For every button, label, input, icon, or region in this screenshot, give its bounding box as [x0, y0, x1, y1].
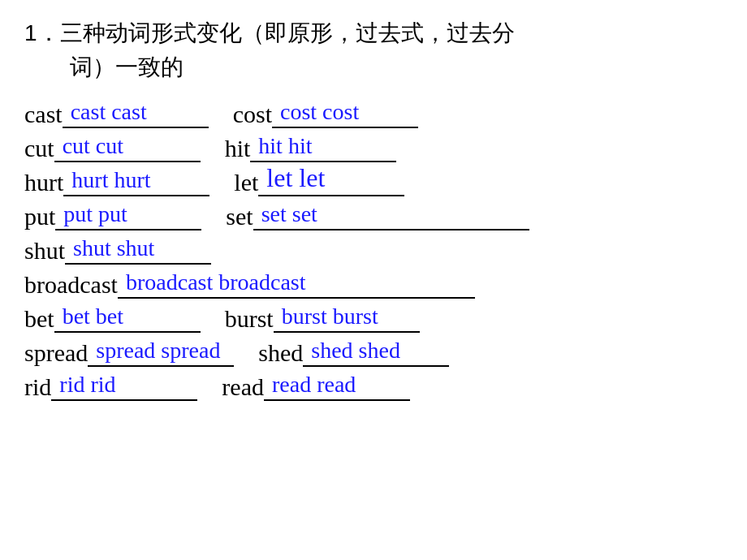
- answer-blank: shed shed: [303, 338, 449, 367]
- answer-blank: hurt hurt: [63, 167, 209, 196]
- answer-blank: set set: [253, 201, 529, 230]
- answer-text: let let: [266, 163, 325, 193]
- answer-blank: cost cost: [272, 99, 418, 128]
- answer-text: burst burst: [282, 304, 378, 330]
- base-word: read: [222, 373, 264, 401]
- list-item: rid rid rid: [24, 372, 222, 401]
- base-word: cut: [24, 135, 54, 162]
- answer-blank: broadcast broadcast: [118, 269, 475, 299]
- list-item: hit hit hit: [225, 133, 421, 162]
- title-line1: 1．三种动词形式变化（即原形，过去式，过去分: [24, 16, 723, 50]
- answer-blank: let let: [258, 167, 404, 196]
- base-word: broadcast: [24, 271, 118, 299]
- answer-blank: shut shut: [65, 235, 211, 265]
- list-item: spread spread spread: [24, 338, 258, 367]
- table-row: shut shut shut: [24, 235, 723, 265]
- base-word: rid: [24, 373, 51, 401]
- page-container: 1．三种动词形式变化（即原形，过去式，过去分 词）一致的 cast cast c…: [24, 16, 723, 401]
- table-row: cut cut cut hit hit hit: [24, 133, 723, 162]
- table-row: broadcast broadcast broadcast: [24, 269, 723, 299]
- table-row: bet bet bet burst burst burst: [24, 304, 723, 333]
- list-item: read read read: [222, 372, 434, 401]
- table-row: put put put set set set: [24, 201, 723, 230]
- list-item: bet bet bet: [24, 304, 225, 333]
- base-word: cost: [233, 101, 272, 128]
- title-line2: 词）一致的: [70, 50, 723, 84]
- list-item: cost cost cost: [233, 99, 443, 128]
- answer-text: rid rid: [59, 372, 115, 398]
- answer-text: spread spread: [96, 338, 220, 364]
- base-word: hit: [225, 135, 251, 162]
- list-item: shut shut shut: [24, 235, 235, 265]
- list-item: broadcast broadcast broadcast: [24, 269, 499, 299]
- answer-blank: hit hit: [250, 133, 396, 162]
- table-row: spread spread spread shed shed shed: [24, 338, 723, 367]
- answer-blank: spread spread: [88, 338, 234, 367]
- list-item: hurt hurt hurt: [24, 167, 234, 196]
- answer-text: cost cost: [280, 99, 359, 125]
- list-item: cast cast cast: [24, 99, 233, 128]
- table-row: cast cast cast cost cost cost: [24, 99, 723, 128]
- answer-text: hit hit: [258, 133, 312, 159]
- answer-blank: cast cast: [63, 99, 209, 128]
- answer-text: read read: [272, 372, 356, 398]
- answer-text: shut shut: [73, 235, 154, 261]
- base-word: shut: [24, 237, 65, 265]
- page-title: 1．三种动词形式变化（即原形，过去式，过去分 词）一致的: [24, 16, 723, 84]
- list-item: set set set: [226, 201, 553, 230]
- answer-blank: burst burst: [274, 304, 420, 333]
- answer-text: broadcast broadcast: [126, 269, 306, 295]
- answer-blank: read read: [264, 372, 410, 401]
- base-word: burst: [225, 305, 274, 333]
- list-item: burst burst burst: [225, 304, 444, 333]
- base-word: put: [24, 203, 55, 230]
- answer-blank: bet bet: [54, 304, 201, 333]
- answer-text: set set: [261, 201, 317, 227]
- base-word: cast: [24, 101, 63, 128]
- base-word: spread: [24, 339, 88, 367]
- table-row: hurt hurt hurt let let let: [24, 167, 723, 196]
- base-word: shed: [258, 339, 303, 367]
- base-word: hurt: [24, 169, 63, 196]
- answer-blank: rid rid: [51, 372, 197, 401]
- answer-blank: cut cut: [54, 133, 201, 162]
- answer-blank: put put: [55, 201, 201, 230]
- answer-text: shed shed: [311, 338, 400, 364]
- base-word: bet: [24, 305, 54, 333]
- table-row: rid rid rid read read read: [24, 372, 723, 401]
- list-item: put put put: [24, 201, 226, 230]
- answer-text: bet bet: [63, 304, 123, 330]
- list-item: cut cut cut: [24, 133, 225, 162]
- base-word: let: [234, 169, 258, 196]
- list-item: shed shed shed: [258, 338, 473, 367]
- answer-text: hurt hurt: [71, 167, 150, 193]
- verb-grid: cast cast cast cost cost cost cut cut cu…: [24, 99, 723, 401]
- answer-text: cast cast: [71, 99, 147, 125]
- list-item: let let let: [234, 167, 429, 196]
- base-word: set: [226, 203, 253, 230]
- answer-text: put put: [63, 201, 127, 227]
- answer-text: cut cut: [63, 133, 123, 159]
